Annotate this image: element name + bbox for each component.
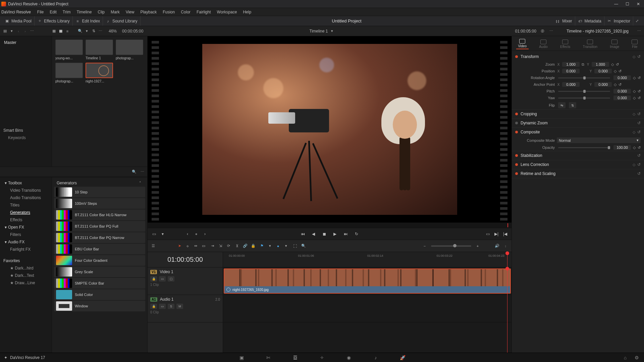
timeline-timecode[interactable]: 01:00:05:00 [148, 252, 223, 267]
keyframe-icon[interactable]: ◇ [633, 112, 635, 116]
menu-trim[interactable]: Trim [60, 10, 74, 14]
inspector-tab-image[interactable]: Image [608, 39, 621, 49]
fx-category[interactable]: Video Transitions [0, 187, 52, 194]
generator-item[interactable]: Window [54, 301, 145, 311]
generator-item[interactable]: BT.2111 Color Bar PQ Full [54, 221, 145, 232]
keyframe-icon[interactable]: ◇ [611, 62, 614, 67]
chevron-down-icon[interactable]: ▾ [85, 29, 89, 34]
timeline-zoom-slider[interactable] [431, 245, 471, 247]
rotation-slider[interactable] [558, 77, 610, 78]
fx-category[interactable]: Generators [0, 209, 52, 216]
fx-category[interactable]: Fairlight FX [0, 246, 52, 253]
reset-icon[interactable]: ↺ [638, 76, 641, 80]
thumb-view-icon[interactable]: ▦ [52, 29, 56, 34]
section-composite[interactable]: Composite◇↺ [512, 128, 644, 136]
pos-y-input[interactable]: 0.000 [594, 69, 612, 73]
sort-icon[interactable]: ⇅ [91, 29, 96, 34]
section-cropping[interactable]: Cropping◇↺ [512, 110, 644, 118]
more-icon[interactable]: ⋯ [30, 29, 34, 34]
play-reverse-button[interactable]: ◀ [311, 231, 317, 237]
chevron-down-icon[interactable]: ▾ [284, 244, 288, 248]
generator-item[interactable]: Grey Scale [54, 266, 145, 277]
keyframe-icon[interactable]: ◇ [633, 130, 635, 134]
generator-item[interactable]: Four Color Gradient [54, 255, 145, 266]
dynamic-trim-icon[interactable]: ⇔ [193, 244, 198, 248]
window-maximize-button[interactable]: ☐ [626, 2, 629, 6]
menu-mark[interactable]: Mark [108, 10, 123, 14]
yaw-input[interactable]: 0.000 [613, 96, 631, 100]
chevron-down-icon[interactable]: ▾ [9, 29, 14, 34]
fx-category[interactable]: ▾Open FX [0, 224, 52, 231]
keyframe-icon[interactable]: ◇ [614, 82, 616, 87]
panel-toggle-media-pool[interactable]: ▣ Media Pool [2, 16, 35, 26]
favorite-item[interactable]: ★ Draw...Line [0, 279, 52, 287]
marker-icon[interactable]: ● [276, 244, 280, 248]
section-dynamic-zoom[interactable]: Dynamic Zoom↺ [512, 119, 644, 127]
window-minimize-button[interactable]: — [614, 2, 618, 6]
zoom-fit-icon[interactable]: ⛶ [292, 244, 297, 248]
favorite-item[interactable]: ★ Dark...hird [0, 264, 52, 272]
crop-icon[interactable]: ▭ [151, 231, 157, 237]
keyframe-icon[interactable]: ◇ [633, 89, 636, 94]
viewer-zoom[interactable]: 46% [109, 29, 117, 34]
nav-fwd-icon[interactable]: › [23, 29, 28, 34]
home-icon[interactable]: ⌂ [622, 354, 629, 361]
menu-timeline[interactable]: Timeline [73, 10, 95, 14]
fx-category[interactable]: Audio Transitions [0, 194, 52, 201]
chevron-down-icon[interactable]: ▾ [160, 231, 166, 237]
fx-category[interactable]: ▾Audio FX [0, 238, 52, 246]
panel-toggle-inspector[interactable]: ✂ Inspector [604, 16, 633, 26]
prev-edit-icon[interactable]: ‹ [184, 231, 191, 237]
yaw-slider[interactable] [558, 98, 610, 99]
meters-icon[interactable]: ⫾ [503, 244, 508, 248]
reset-icon[interactable]: ↺ [637, 54, 641, 59]
page-fusion-icon[interactable]: ✧ [319, 354, 325, 361]
fx-category[interactable]: ▾Toolbox [0, 179, 52, 187]
generator-item[interactable]: EBU Color Bar [54, 244, 145, 254]
reset-icon[interactable]: ↺ [637, 171, 641, 176]
menu-clip[interactable]: Clip [95, 10, 108, 14]
replace-icon[interactable]: ⟳ [226, 244, 231, 248]
reset-icon[interactable]: ↺ [619, 82, 622, 87]
playhead[interactable] [507, 252, 507, 267]
stop-button[interactable]: ◼ [321, 231, 327, 237]
section-retime-scaling[interactable]: Retime and Scaling↺ [512, 169, 644, 178]
menu-view[interactable]: View [123, 10, 138, 14]
chevron-down-icon[interactable]: ▾ [330, 29, 334, 34]
page-edit-icon[interactable]: ☲ [292, 354, 299, 361]
reset-icon[interactable]: ↺ [616, 62, 619, 67]
loop-button[interactable]: ↻ [354, 231, 360, 237]
flip-h-button[interactable]: ⇋ [558, 102, 566, 108]
anchor-x-input[interactable]: 0.000 [562, 82, 580, 87]
first-frame-button[interactable]: ⏮ [300, 231, 306, 237]
page-cut-icon[interactable]: ✄ [265, 354, 272, 361]
bypass-icon[interactable]: ⦿ [540, 29, 545, 34]
search-icon[interactable]: 🔍 [78, 29, 83, 34]
bin-view-icon[interactable]: ▤ [3, 29, 7, 34]
chevron-down-icon[interactable]: ▾ [268, 244, 272, 248]
keyframe-icon[interactable]: ◇ [614, 69, 616, 73]
last-frame-button[interactable]: ⏭ [343, 231, 349, 237]
generator-item[interactable]: BT.2111 Color Bar HLG Narrow [54, 209, 145, 220]
reset-icon[interactable]: ↺ [638, 145, 641, 150]
panel-toggle-metadata[interactable]: 🏷 Metadata [575, 16, 604, 26]
reset-icon[interactable]: ↺ [637, 112, 641, 116]
zoom-x-input[interactable]: 1.000 [562, 62, 580, 67]
play-button[interactable]: ▶ [332, 231, 338, 237]
generator-item[interactable]: BT.2111 Color Bar PQ Narrow [54, 232, 145, 243]
panel-toggle-mixer[interactable]: ⫿⫿ Mixer [553, 16, 575, 26]
menu-app[interactable]: DaVinci Resolve [1, 10, 31, 14]
fx-group-header[interactable]: Generators ˄ [54, 179, 145, 187]
opacity-slider[interactable] [558, 147, 610, 148]
page-deliver-icon[interactable]: 🚀 [399, 354, 406, 361]
page-fairlight-icon[interactable]: ♪ [372, 354, 379, 361]
grid-view-icon[interactable]: ▦ [58, 29, 63, 34]
more-icon[interactable]: ⋯ [637, 29, 641, 34]
auto-select-button[interactable]: ▭ [159, 276, 166, 282]
keyframe-icon[interactable]: ◇ [633, 96, 636, 100]
media-clip[interactable]: young-wo... [55, 40, 83, 60]
inspector-tab-effects[interactable]: Effects [558, 39, 572, 49]
insert-icon[interactable]: ⇥ [210, 244, 215, 248]
timeline-clip[interactable]: night-1927265_1920.jpg [224, 268, 511, 294]
more-icon[interactable]: ⋯ [98, 29, 103, 34]
